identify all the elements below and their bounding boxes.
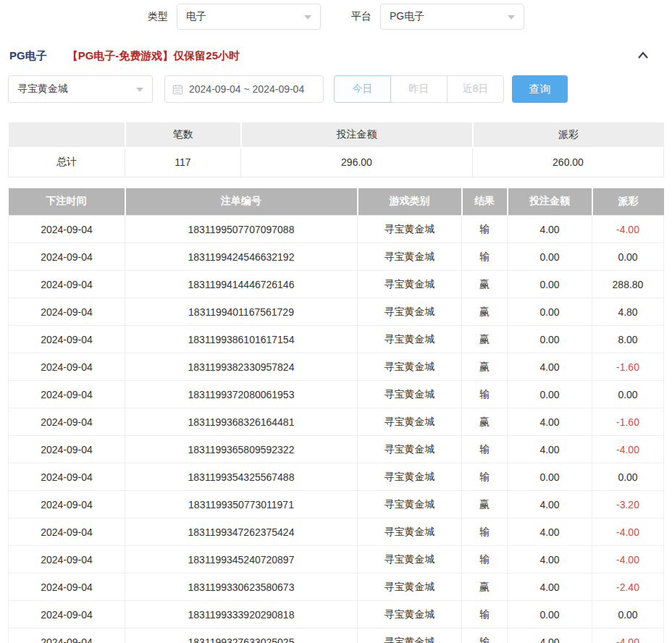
cell-game: 寻宝黄金城 <box>358 353 462 381</box>
cell-bet: 0.00 <box>508 326 592 353</box>
cell-game: 寻宝黄金城 <box>358 601 462 629</box>
chevron-up-icon <box>637 51 650 61</box>
platform-select[interactable]: PG电子 <box>380 4 524 30</box>
query-toolbar: 寻宝黄金城 2024-09-04 ~ 2024-09-04 今日 昨日 近8日 … <box>8 75 664 103</box>
cell-order-no: 1831199327633025025 <box>125 629 358 643</box>
detail-header-order-no: 注单编号 <box>125 188 358 216</box>
cell-game: 寻宝黄金城 <box>358 326 462 353</box>
table-row: 2024-09-04 1831199401167561729 寻宝黄金城 赢 0… <box>9 298 664 326</box>
summary-total-row: 总计 117 296.00 260.00 <box>9 148 664 177</box>
cell-bet: 4.00 <box>508 629 592 643</box>
cell-game: 寻宝黄金城 <box>358 491 462 518</box>
cell-order-no: 1831199345240720897 <box>125 546 358 573</box>
cell-result: 赢 <box>462 271 508 298</box>
cell-order-no: 1831199368326164481 <box>125 408 358 436</box>
cell-payout: -1.60 <box>592 408 664 436</box>
cell-result: 输 <box>462 463 508 491</box>
today-button[interactable]: 今日 <box>334 75 391 103</box>
detail-header-game-category: 游戏类别 <box>358 188 462 216</box>
cell-date: 2024-09-04 <box>9 436 125 463</box>
last-8-days-button[interactable]: 近8日 <box>447 75 504 103</box>
cell-order-no: 1831199347262375424 <box>125 518 358 546</box>
type-select[interactable]: 电子 <box>177 4 321 30</box>
cell-game: 寻宝黄金城 <box>358 298 462 326</box>
table-row: 2024-09-04 1831199347262375424 寻宝黄金城 输 4… <box>9 518 664 546</box>
cell-bet: 0.00 <box>508 463 592 491</box>
cell-result: 输 <box>462 381 508 408</box>
cell-order-no: 1831199354325567488 <box>125 463 358 491</box>
detail-header-bet-amount: 投注金额 <box>508 188 592 216</box>
cell-payout: 8.00 <box>592 326 664 353</box>
section-title: PG电子 <box>9 49 47 63</box>
cell-bet: 0.00 <box>508 601 592 629</box>
search-button[interactable]: 查询 <box>512 75 568 103</box>
cell-bet: 0.00 <box>508 243 592 271</box>
table-row: 2024-09-04 1831199386101617154 寻宝黄金城 赢 0… <box>9 326 664 353</box>
collapse-panel-button[interactable] <box>637 51 650 61</box>
cell-date: 2024-09-04 <box>9 381 125 408</box>
cell-result: 输 <box>462 629 508 643</box>
cell-payout: -4.00 <box>592 546 664 573</box>
cell-game: 寻宝黄金城 <box>358 436 462 463</box>
cell-payout: 0.00 <box>592 601 664 629</box>
cell-game: 寻宝黄金城 <box>358 463 462 491</box>
table-row: 2024-09-04 1831199414446726146 寻宝黄金城 赢 0… <box>9 271 664 298</box>
cell-game: 寻宝黄金城 <box>358 573 462 601</box>
cell-order-no: 1831199333920290818 <box>125 601 358 629</box>
date-range-input[interactable]: 2024-09-04 ~ 2024-09-04 <box>164 75 324 103</box>
cell-date: 2024-09-04 <box>9 326 125 353</box>
cell-result: 赢 <box>462 408 508 436</box>
game-select[interactable]: 寻宝黄金城 <box>8 75 153 103</box>
table-row: 2024-09-04 1831199507707097088 寻宝黄金城 输 4… <box>9 216 664 243</box>
top-filter-row: 类型 电子 平台 PG电子 <box>0 0 672 30</box>
cell-date: 2024-09-04 <box>9 298 125 326</box>
game-select-value: 寻宝黄金城 <box>17 83 68 96</box>
cell-date: 2024-09-04 <box>9 216 125 243</box>
cell-order-no: 1831199372080061953 <box>125 381 358 408</box>
cell-bet: 4.00 <box>508 408 592 436</box>
table-row: 2024-09-04 1831199350773011971 寻宝黄金城 赢 4… <box>9 491 664 518</box>
cell-result: 输 <box>462 436 508 463</box>
cell-date: 2024-09-04 <box>9 353 125 381</box>
cell-payout: 4.80 <box>592 298 664 326</box>
cell-order-no: 1831199350773011971 <box>125 491 358 518</box>
cell-order-no: 1831199330623580673 <box>125 573 358 601</box>
cell-order-no: 1831199414446726146 <box>125 271 358 298</box>
cell-bet: 4.00 <box>508 546 592 573</box>
cell-result: 赢 <box>462 353 508 381</box>
cell-bet: 0.00 <box>508 271 592 298</box>
platform-label: 平台 <box>351 10 371 23</box>
cell-bet: 4.00 <box>508 573 592 601</box>
chevron-down-icon <box>304 15 311 20</box>
cell-payout: -4.00 <box>592 629 664 643</box>
cell-payout: 0.00 <box>592 381 664 408</box>
cell-game: 寻宝黄金城 <box>358 271 462 298</box>
summary-total-payout: 260.00 <box>473 148 664 177</box>
cell-payout: 288.80 <box>592 271 664 298</box>
table-row: 2024-09-04 1831199365809592322 寻宝黄金城 输 4… <box>9 436 664 463</box>
cell-bet: 4.00 <box>508 216 592 243</box>
cell-bet: 4.00 <box>508 491 592 518</box>
cell-game: 寻宝黄金城 <box>358 518 462 546</box>
section-notice: 【PG电子-免费游戏】仅保留25小时 <box>67 49 240 63</box>
summary-header-payout: 派彩 <box>473 122 664 148</box>
cell-payout: -4.00 <box>592 216 664 243</box>
summary-total-bet-amount: 296.00 <box>241 148 473 177</box>
date-range-value: 2024-09-04 ~ 2024-09-04 <box>189 83 304 95</box>
quick-date-button-group: 今日 昨日 近8日 <box>334 75 504 103</box>
cell-game: 寻宝黄金城 <box>358 381 462 408</box>
cell-game: 寻宝黄金城 <box>358 216 462 243</box>
cell-result: 赢 <box>462 326 508 353</box>
cell-payout: -2.40 <box>592 573 664 601</box>
cell-order-no: 1831199424546632192 <box>125 243 358 271</box>
cell-order-no: 1831199365809592322 <box>125 436 358 463</box>
cell-date: 2024-09-04 <box>9 573 125 601</box>
calendar-icon <box>172 84 183 95</box>
detail-table-body: 2024-09-04 1831199507707097088 寻宝黄金城 输 4… <box>9 216 664 643</box>
cell-bet: 0.00 <box>508 298 592 326</box>
cell-result: 输 <box>462 216 508 243</box>
summary-total-count: 117 <box>125 148 241 177</box>
yesterday-button[interactable]: 昨日 <box>390 75 448 103</box>
bet-records-table: 下注时间 注单编号 游戏类别 结果 投注金额 派彩 2024-09-04 183… <box>8 188 664 643</box>
table-row: 2024-09-04 1831199333920290818 寻宝黄金城 输 0… <box>9 601 664 629</box>
